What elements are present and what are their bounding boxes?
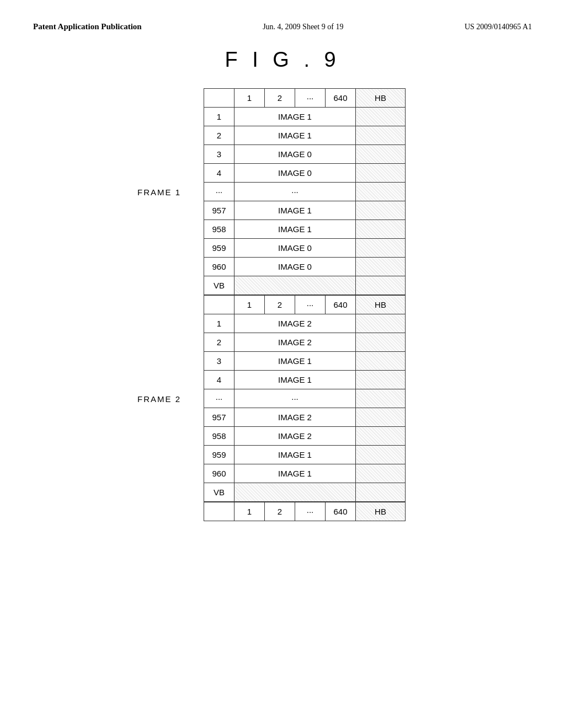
table-row: 959 IMAGE 0 (204, 239, 406, 258)
bottom-header-table: 1 2 ··· 640 HB (204, 502, 406, 521)
header-empty-cell (204, 296, 234, 314)
table-row-vb: VB (204, 276, 406, 295)
hb-data-cell (356, 427, 406, 446)
bottom-col-2: 2 (265, 502, 295, 521)
row-label-958: 958 (204, 427, 234, 446)
image-data-cell: IMAGE 1 (234, 126, 356, 145)
table-row: 2 IMAGE 2 (204, 333, 406, 352)
col-header-dots: ··· (295, 89, 326, 108)
hb-data-cell (356, 446, 406, 464)
image-data-cell: IMAGE 1 (234, 371, 356, 389)
figure-title: F I G . 9 (33, 48, 532, 72)
publication-date: Jun. 4, 2009 Sheet 9 of 19 (263, 23, 343, 31)
table-row: 1 2 ··· 640 HB (204, 89, 406, 108)
col-header-640: 640 (326, 89, 356, 108)
row-label-4: 4 (204, 164, 234, 183)
image-data-cell: IMAGE 0 (234, 239, 356, 258)
table-row: 959 IMAGE 1 (204, 446, 406, 464)
image-data-cell: IMAGE 2 (234, 408, 356, 427)
hb-data-cell (356, 239, 406, 258)
table-row: 2 IMAGE 1 (204, 126, 406, 145)
row-label-960: 960 (204, 464, 234, 483)
hb-data-cell (356, 201, 406, 220)
frame2-table: 1 2 ··· 640 HB 1 IMAGE 2 2 IMAGE 2 3 (204, 295, 406, 502)
vb-data-cell (234, 276, 356, 295)
page-header: Patent Application Publication Jun. 4, 2… (33, 22, 532, 31)
col-header-2: 2 (265, 89, 295, 108)
hb-data-cell (356, 352, 406, 371)
hb-data-cell (356, 108, 406, 126)
table-row: 958 IMAGE 2 (204, 427, 406, 446)
row-label-957: 957 (204, 201, 234, 220)
image-data-cell: IMAGE 1 (234, 446, 356, 464)
image-data-cell: IMAGE 0 (234, 258, 356, 276)
bottom-col-640: 640 (326, 502, 356, 521)
image-data-cell: IMAGE 1 (234, 108, 356, 126)
col-header-640: 640 (326, 296, 356, 314)
publication-label: Patent Application Publication (33, 22, 142, 31)
col-header-hb: HB (356, 296, 406, 314)
row-label-958: 958 (204, 220, 234, 239)
bottom-header-section: 1 2 ··· 640 HB (204, 502, 406, 521)
row-label-3: 3 (204, 145, 234, 164)
hb-data-cell (356, 258, 406, 276)
hb-data-cell (356, 183, 406, 201)
table-row: 957 IMAGE 1 (204, 201, 406, 220)
frame1-label: FRAME 1 (137, 187, 181, 196)
row-label-2: 2 (204, 126, 234, 145)
row-label-3: 3 (204, 352, 234, 371)
frame1-table: 1 2 ··· 640 HB 1 IMAGE 1 2 IMAGE 1 3 (204, 88, 406, 295)
bottom-header-empty (204, 502, 234, 521)
frame2-label: FRAME 2 (137, 394, 181, 403)
hb-data-cell (356, 333, 406, 352)
row-label-2: 2 (204, 333, 234, 352)
row-label-957: 957 (204, 408, 234, 427)
vb-hb-cell (356, 483, 406, 502)
row-label-vb: VB (204, 276, 234, 295)
image-data-cell: IMAGE 0 (234, 145, 356, 164)
col-header-dots: ··· (295, 296, 326, 314)
col-header-1: 1 (234, 296, 265, 314)
image-data-cell: IMAGE 2 (234, 314, 356, 333)
image-data-dots: ··· (234, 183, 356, 201)
vb-data-cell (234, 483, 356, 502)
table-row: 1 IMAGE 1 (204, 108, 406, 126)
table-row: 1 2 ··· 640 HB (204, 502, 406, 521)
row-label-1: 1 (204, 108, 234, 126)
col-header-2: 2 (265, 296, 295, 314)
hb-data-cell (356, 314, 406, 333)
table-row: 957 IMAGE 2 (204, 408, 406, 427)
image-data-cell: IMAGE 1 (234, 352, 356, 371)
table-row: 3 IMAGE 0 (204, 145, 406, 164)
image-data-cell: IMAGE 2 (234, 427, 356, 446)
hb-data-cell (356, 389, 406, 408)
table-row: 3 IMAGE 1 (204, 352, 406, 371)
row-label-dots: ··· (204, 183, 234, 201)
frame2-section: FRAME 2 1 2 ··· 640 HB 1 IMAGE 2 2 IMAGE… (204, 295, 406, 502)
table-row: 4 IMAGE 1 (204, 371, 406, 389)
row-label-dots: ··· (204, 389, 234, 408)
row-label-959: 959 (204, 239, 234, 258)
main-content: FRAME 1 1 2 ··· 640 HB 1 IMAGE 1 2 IMAGE… (33, 88, 532, 521)
table-row: 1 2 ··· 640 HB (204, 296, 406, 314)
bottom-col-dots: ··· (295, 502, 326, 521)
row-label-959: 959 (204, 446, 234, 464)
bottom-col-hb: HB (356, 502, 406, 521)
row-label-960: 960 (204, 258, 234, 276)
table-row: 960 IMAGE 1 (204, 464, 406, 483)
table-row: 958 IMAGE 1 (204, 220, 406, 239)
image-data-dots: ··· (234, 389, 356, 408)
hb-data-cell (356, 126, 406, 145)
hb-data-cell (356, 220, 406, 239)
table-row: ··· ··· (204, 389, 406, 408)
col-header-1: 1 (234, 89, 265, 108)
hb-data-cell (356, 164, 406, 183)
table-row: 4 IMAGE 0 (204, 164, 406, 183)
row-label-vb: VB (204, 483, 234, 502)
hb-data-cell (356, 464, 406, 483)
hb-data-cell (356, 145, 406, 164)
image-data-cell: IMAGE 0 (234, 164, 356, 183)
row-label-4: 4 (204, 371, 234, 389)
patent-number: US 2009/0140965 A1 (465, 23, 532, 31)
bottom-col-1: 1 (234, 502, 265, 521)
